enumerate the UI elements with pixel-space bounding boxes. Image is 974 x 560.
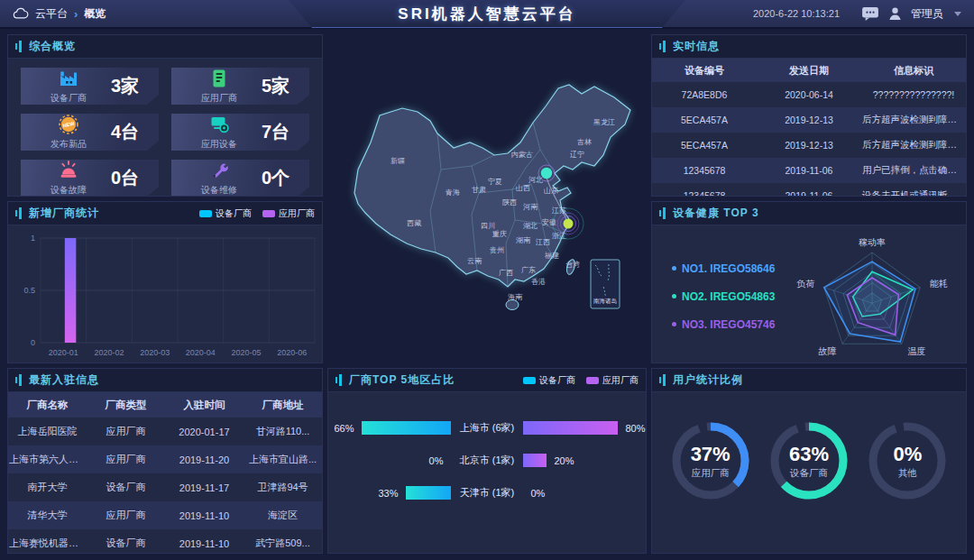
message-icon[interactable]	[861, 6, 879, 21]
panel-users-titlebar: 用户统计比例	[652, 369, 966, 392]
factory-icon	[58, 68, 79, 89]
x-tick-label: 2020-04	[186, 348, 216, 357]
province-label-河北: 河北	[528, 176, 543, 184]
top-header-bar: SRI机器人智慧云平台 云平台 › 概览 2020-6-22 10:13:21 …	[0, 0, 974, 29]
column-header: 厂商名称	[8, 392, 87, 418]
bullet-dot-icon	[672, 322, 676, 326]
y-tick-label: 0	[31, 338, 35, 347]
breadcrumb-current[interactable]: 概览	[84, 6, 106, 22]
province-label-香港: 香港	[531, 278, 546, 286]
donut-center: 0% 其他	[864, 418, 951, 504]
stat-icon-block: 应用设备	[195, 114, 244, 151]
radar-axis-label: 负荷	[796, 279, 814, 289]
device-vendor-bar	[406, 486, 451, 500]
table-cell: 卫津路94号	[244, 473, 322, 501]
legend-item[interactable]: 设备厂商	[199, 207, 252, 220]
table-cell: 设备厂商	[87, 529, 165, 554]
stat-value: 4台	[111, 120, 139, 144]
stat-card-fault-alarm: 设备故障 0台	[21, 160, 159, 197]
radar-axis-label: 温度	[907, 346, 925, 356]
panel-realtime-titlebar: 实时信息	[652, 35, 966, 59]
breadcrumb-root[interactable]: 云平台	[35, 6, 68, 22]
table-row: 南开大学设备厂商2019-11-17卫津路94号	[8, 473, 322, 501]
table-cell: 后方超声波检测到障碍物	[861, 107, 966, 133]
table-cell: 2019-12-13	[757, 107, 861, 133]
table-row: 上海赛悦机器人科...设备厂商2019-11-10武宁路509...	[8, 529, 322, 554]
region-left-bar-group: 33%	[328, 486, 451, 500]
china-map-shape	[354, 85, 630, 287]
legend-item[interactable]: 应用厂商	[262, 207, 315, 220]
vendor-chart-legend: 设备厂商 应用厂商	[199, 207, 315, 220]
user-ratio-donuts: 37% 应用厂商 63% 设备厂商 0% 其他	[652, 392, 966, 504]
inset-label: 南海诸岛	[593, 298, 617, 305]
province-label-福建: 福建	[544, 252, 559, 260]
table-cell: 2019-11-10	[165, 529, 244, 554]
panel-health-title: 设备健康 TOP 3	[673, 206, 759, 221]
breadcrumb: 云平台 › 概览	[13, 6, 106, 22]
table-cell: 2019-11-06	[757, 183, 861, 197]
new-product-icon: NEW	[58, 114, 79, 135]
panel-region-title: 厂商TOP 5地区占比	[349, 372, 455, 388]
health-rank-item[interactable]: NO2. IREGO54863	[672, 290, 786, 303]
stat-icon-block: NEW 发布新品	[44, 114, 93, 151]
legend-item[interactable]: 应用厂商	[586, 374, 639, 387]
radar-axis-label: 能耗	[930, 279, 948, 289]
vendor-bar-chart: 0 0.5 12020-012020-022020-032020-042020-…	[8, 225, 322, 363]
panel-region-top5: 厂商TOP 5地区占比 设备厂商 应用厂商 66% 上海市 (6家) 80% 0…	[327, 368, 647, 554]
caret-down-icon[interactable]	[954, 12, 961, 16]
table-cell: 12345678	[652, 158, 757, 183]
province-label-广东: 广东	[521, 266, 536, 274]
donut-percentage: 37%	[691, 443, 730, 466]
dashboard-page: SRI机器人智慧云平台 云平台 › 概览 2020-6-22 10:13:21 …	[0, 0, 974, 560]
map-marker-north[interactable]	[541, 168, 552, 179]
province-label-黑龙江: 黑龙江	[593, 118, 615, 126]
health-rank-item[interactable]: NO3. IREGO45746	[672, 318, 786, 331]
legend-swatch	[262, 210, 275, 217]
region-tornado-chart: 66% 上海市 (6家) 80% 0% 北京市 (1家) 20% 33%	[328, 392, 646, 500]
table-cell: 应用厂商	[87, 418, 165, 445]
table-cell: 应用厂商	[87, 501, 165, 529]
username[interactable]: 管理员	[911, 6, 943, 22]
table-cell: 72A8E8D6	[652, 82, 757, 107]
table-cell: 后方超声波检测到障碍物	[861, 133, 966, 158]
title-plate: SRI机器人智慧云平台	[289, 0, 685, 28]
panel-region-titlebar: 厂商TOP 5地区占比 设备厂商 应用厂商	[328, 369, 646, 392]
table-cell: 甘河路110...	[244, 418, 322, 445]
user-avatar-icon[interactable]	[888, 6, 902, 21]
fault-alarm-icon	[58, 160, 79, 181]
table-cell: 5ECA457A	[652, 107, 757, 133]
health-rank-item[interactable]: NO1. IREGO58646	[672, 262, 786, 275]
column-header: 厂商类型	[87, 392, 165, 418]
province-label-西藏: 西藏	[407, 219, 422, 227]
panel-title-icon	[15, 207, 23, 219]
app-device-icon	[208, 114, 230, 135]
region-right-bar-group: 0%	[523, 486, 646, 500]
table-cell: 2020-06-14	[757, 82, 861, 107]
table-row: 5ECA457A2019-12-13后方超声波检测到障碍物	[652, 133, 966, 158]
bar-应用厂商-2020-01	[65, 238, 77, 343]
column-header: 设备编号	[652, 59, 757, 82]
stat-label: 发布新品	[51, 138, 87, 151]
province-label-河南: 河南	[523, 203, 538, 211]
panel-title-icon	[15, 41, 23, 52]
legend-item[interactable]: 设备厂商	[523, 374, 575, 387]
province-label-宁夏: 宁夏	[488, 178, 502, 186]
table-row: 上海市第六人民医...应用厂商2019-11-20上海市宜山路...	[8, 445, 322, 473]
donut-center: 37% 应用厂商	[667, 418, 754, 504]
stat-card-repair-wrench: 设备维修 0个	[171, 160, 309, 197]
panel-title-icon	[659, 41, 667, 52]
stat-card-app-vendor: 应用厂商 5家	[171, 68, 309, 105]
table-cell: 设备未开机或通讯断开，请检查设备情况!	[861, 183, 966, 197]
stat-label: 设备厂商	[51, 92, 87, 105]
region-row: 33% 天津市 (1家) 0%	[328, 486, 646, 500]
table-cell: 上海岳阳医院	[8, 418, 87, 445]
stat-card-new-product: NEW 发布新品 4台	[21, 114, 159, 151]
province-label-山西: 山西	[516, 184, 530, 192]
province-label-台湾: 台湾	[565, 261, 580, 269]
app-vendor-bar	[523, 454, 547, 467]
app-vendor-pct: 0%	[530, 488, 545, 499]
panel-latest: 最新入驻信息 厂商名称厂商类型入驻时间厂商地址上海岳阳医院应用厂商2020-01…	[7, 368, 323, 554]
donut-label: 应用厂商	[692, 467, 730, 480]
map-marker-east[interactable]	[564, 219, 574, 229]
region-chart-legend: 设备厂商 应用厂商	[523, 374, 639, 387]
